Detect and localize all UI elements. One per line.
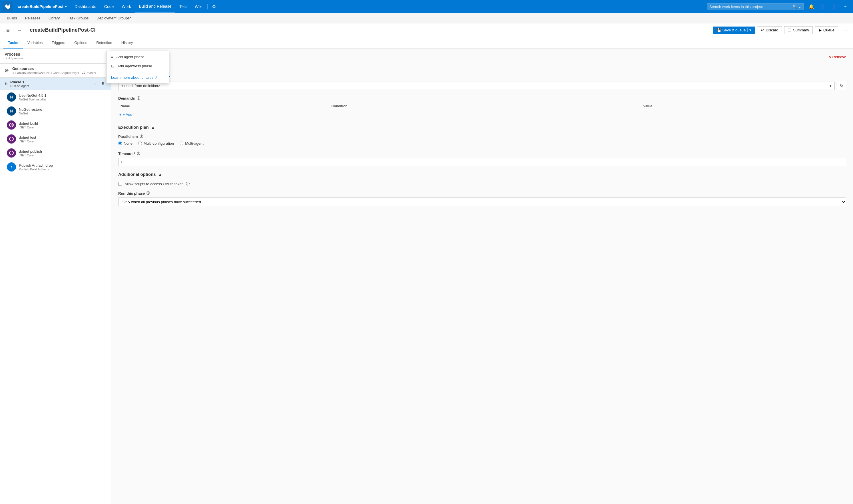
discard-button[interactable]: ↩ Discard: [757, 26, 782, 34]
task-dotnet-publish[interactable]: dotnet publish .NET Core: [0, 146, 111, 160]
save-queue-dropdown-arrow[interactable]: ▾: [747, 28, 751, 32]
execution-plan-toggle[interactable]: ▲: [151, 125, 155, 130]
nav-test[interactable]: Test: [175, 0, 191, 13]
col-condition: Condition: [329, 103, 641, 110]
process-name: Process: [4, 52, 106, 56]
tab-variables[interactable]: Variables: [23, 37, 47, 49]
agent-queue-select-row: <inherit from definition> ▾ ↻: [118, 81, 846, 90]
task-test-sub: .NET Core: [19, 140, 106, 143]
save-icon: 💾: [717, 28, 721, 32]
tab-triggers[interactable]: Triggers: [47, 37, 70, 49]
timeout-input[interactable]: [118, 158, 846, 166]
save-queue-button[interactable]: 💾 Save & queue ▾: [713, 26, 755, 34]
col-value: Value: [641, 103, 846, 110]
task-publish-info: dotnet publish .NET Core: [19, 149, 106, 157]
process-section[interactable]: Process Build process: [0, 49, 111, 64]
tab-retention[interactable]: Retention: [92, 37, 117, 49]
parallelism-label: Parallelism ⓘ: [118, 134, 846, 139]
radio-none[interactable]: None: [118, 141, 133, 146]
agent-selection-header: Agent selection ▲: [118, 65, 846, 70]
add-demand-button[interactable]: + + Add: [118, 110, 133, 119]
task-publish-artifact[interactable]: ↑ Publish Artifact: drop Publish Build A…: [0, 160, 111, 174]
get-sources-info: Get sources ○ FabianGosebrink/ASPNETCore…: [12, 67, 106, 74]
avatar-icon[interactable]: 👤: [829, 1, 839, 12]
more-breadcrumb-icon[interactable]: ···: [15, 26, 24, 35]
timeout-group: Timeout * ⓘ: [118, 151, 846, 166]
radio-multi-config[interactable]: Multi-configuration: [138, 141, 174, 146]
tab-history[interactable]: History: [117, 37, 137, 49]
add-agentless-phase-item[interactable]: ⊟ Add agentless phase: [106, 61, 169, 71]
remove-button[interactable]: ✕ Remove: [828, 55, 846, 59]
chevron-down-icon: ▾: [65, 5, 67, 8]
page-title: createBuildPipelinePost-CI: [30, 27, 95, 33]
add-agent-phase-item[interactable]: ≡ Add agent phase: [106, 52, 169, 61]
radio-multi-agent-input[interactable]: [180, 142, 183, 145]
get-sources-title: Get sources: [12, 67, 106, 71]
nav-build-release[interactable]: Build and Release: [135, 0, 176, 13]
parallelism-info-icon[interactable]: ⓘ: [140, 134, 143, 139]
learn-more-link[interactable]: Learn more about phases ↗: [106, 73, 169, 82]
tab-tasks[interactable]: Tasks: [3, 37, 23, 49]
divider: [207, 4, 208, 10]
oauth-checkbox[interactable]: [118, 182, 122, 186]
additional-options-section: Additional options ▲ Allow scripts to ac…: [118, 172, 846, 206]
timeout-info-icon[interactable]: ⓘ: [137, 151, 140, 156]
search-icon: 🔍: [793, 4, 797, 9]
phase-sub: Run on agent: [10, 84, 89, 88]
task-artifact-sub: Publish Build Artifacts: [19, 167, 106, 171]
search-box[interactable]: 🔍 ⌄: [707, 3, 804, 10]
settings-icon[interactable]: ⚙: [209, 1, 219, 12]
home-icon[interactable]: ⊞: [3, 26, 13, 35]
nav-wiki[interactable]: Wiki: [191, 0, 206, 13]
add-task-button[interactable]: +: [92, 80, 99, 87]
run-phase-group: Run this phase ⓘ Only when all previous …: [118, 191, 846, 206]
nav-deployment-groups[interactable]: Deployment Groups*: [93, 13, 135, 23]
more-icon[interactable]: ···: [840, 1, 851, 12]
nav-code[interactable]: Code: [100, 0, 118, 13]
task-dotnet-test[interactable]: dotnet test .NET Core: [0, 132, 111, 146]
radio-none-input[interactable]: [118, 142, 122, 145]
phase-more-icon[interactable]: ⠿: [100, 80, 106, 87]
task-restore-sub: NuGet: [19, 112, 106, 115]
app-icon[interactable]: [2, 1, 13, 12]
task-dotnet-build[interactable]: .N dotnet build .NET Core: [0, 118, 111, 132]
additional-options-toggle[interactable]: ▲: [158, 172, 162, 177]
nav-builds[interactable]: Builds: [3, 13, 20, 23]
github-icon: ○: [12, 71, 14, 74]
notifications-icon[interactable]: 🔔: [806, 1, 816, 12]
task-use-nuget[interactable]: N Use NuGet 4.5.1 NuGet Tool Installer: [0, 90, 111, 104]
agent-queue-select[interactable]: <inherit from definition> ▾: [118, 82, 835, 90]
task-publish-sub: .NET Core: [19, 154, 106, 157]
demands-info-icon[interactable]: ⓘ: [137, 96, 140, 101]
project-name[interactable]: createBuildPipelinePost ▾: [15, 4, 69, 9]
get-sources[interactable]: ⊕ Get sources ○ FabianGosebrink/ASPNETCo…: [0, 64, 111, 78]
oauth-checkbox-option[interactable]: Allow scripts to access OAuth token ⓘ: [118, 181, 846, 186]
more-actions-icon[interactable]: ···: [840, 26, 850, 35]
nav-library[interactable]: Library: [45, 13, 64, 23]
account-icon[interactable]: 👤: [818, 1, 828, 12]
phase-header[interactable]: ⠿ Phase 1 Run on agent + ⠿: [0, 78, 111, 90]
nav-work[interactable]: Work: [118, 0, 135, 13]
breadcrumb-separator: ›: [26, 28, 28, 32]
tab-options[interactable]: Options: [70, 37, 92, 49]
oauth-info-icon[interactable]: ⓘ: [186, 181, 190, 186]
run-phase-select[interactable]: Only when all previous phases have succe…: [118, 197, 846, 206]
nav-task-groups[interactable]: Task Groups: [64, 13, 92, 23]
left-panel: Process Build process ⊕ Get sources ○ Fa…: [0, 49, 111, 504]
phase-name: Phase 1: [10, 80, 89, 84]
search-input[interactable]: [709, 4, 793, 9]
nav-releases[interactable]: Releases: [21, 13, 44, 23]
radio-multi-config-input[interactable]: [138, 142, 142, 145]
summary-button[interactable]: ☰ Summary: [784, 26, 813, 34]
queue-button[interactable]: ▶ Queue: [815, 26, 838, 34]
expand-search-icon[interactable]: ⌄: [798, 4, 801, 9]
execution-plan-header: Execution plan ▲: [118, 125, 846, 130]
run-phase-info-icon[interactable]: ⓘ: [146, 191, 150, 196]
top-nav: createBuildPipelinePost ▾ Dashboards Cod…: [0, 0, 853, 13]
right-panel: Agent phase ⓘ ✕ Remove Agent selection ▲…: [111, 49, 853, 504]
task-nuget-restore[interactable]: N NuGet restore NuGet: [0, 104, 111, 118]
refresh-button[interactable]: ↻: [837, 81, 846, 90]
agent-queue-label-row: Agent queue ⓘ | Manage ↗: [118, 74, 846, 79]
radio-multi-agent[interactable]: Multi-agent: [180, 141, 203, 146]
nav-dashboards[interactable]: Dashboards: [71, 0, 100, 13]
